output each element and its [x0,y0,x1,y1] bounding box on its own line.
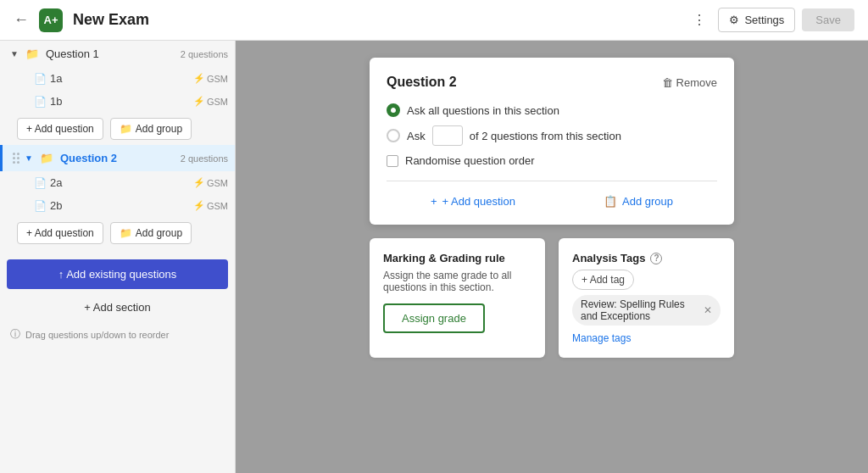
question-card: Question 2 🗑 Remove Ask all questions in… [370,58,734,225]
info-icon: ⓘ [10,327,20,342]
section-q1-add-row: + Add question 📁 Add group [0,113,235,145]
ask-count-input[interactable] [432,125,463,146]
tag-item: Review: Spelling Rules and Exceptions ✕ [572,295,721,326]
help-icon: ? [650,253,662,264]
bolt-icon: ⚡ [193,177,205,188]
drag-handle [13,153,19,164]
trash-icon: 🗑 [662,76,673,89]
gsm-badge: ⚡ GSM [193,96,228,107]
main-layout: ▼ 📁 Question 1 2 questions 📄 1a ⚡ GSM 📄 … [0,41,868,473]
folder-icon: 📁 [25,47,39,60]
drag-hint: ⓘ Drag questions up/down to reorder [0,320,235,348]
ask-all-radio[interactable] [387,103,400,117]
section-header-q2[interactable]: ▼ 📁 Question 2 2 questions [0,145,235,171]
bolt-icon: ⚡ [193,200,205,211]
page-title: New Exam [73,11,677,29]
add-group-button-q1[interactable]: 📁 Add group [110,118,192,140]
section-block-q1: ▼ 📁 Question 1 2 questions 📄 1a ⚡ GSM 📄 … [0,41,235,145]
add-section-button[interactable]: + Add section [0,294,235,320]
add-group-icon: 📋 [604,195,617,208]
question-doc-icon: 📄 [34,73,47,85]
app-logo: A+ [39,8,63,32]
add-tag-button[interactable]: + Add tag [572,270,634,290]
folder-icon: 📁 [120,123,132,135]
assign-grade-button[interactable]: Assign grade [383,303,485,333]
marking-panel-title: Marking & Grading rule [383,252,531,264]
question-name: 2a [50,176,190,189]
remove-button[interactable]: 🗑 Remove [662,76,717,89]
card-add-group-button[interactable]: 📋 Add group [604,195,673,208]
card-actions: + + Add question 📋 Add group [387,195,717,208]
list-item: 📄 2a ⚡ GSM [0,171,235,194]
question-name: 2b [50,199,190,212]
add-group-button-q2[interactable]: 📁 Add group [110,222,192,244]
card-add-question-button[interactable]: + + Add question [431,195,515,208]
section-q2-add-row: + Add question 📁 Add group [0,217,235,249]
list-item: 📄 2b ⚡ GSM [0,194,235,217]
chevron-icon: ▼ [25,153,33,163]
gsm-badge: ⚡ GSM [193,200,228,211]
plus-icon: + [431,195,437,208]
analysis-panel: Analysis Tags ? + Add tag Review: Spelli… [559,238,734,358]
section-header-q1[interactable]: ▼ 📁 Question 1 2 questions [0,41,235,67]
header: ← A+ New Exam ⋮ ⚙ Settings Save [0,0,868,41]
chevron-icon: ▼ [10,49,19,58]
bolt-icon: ⚡ [193,73,205,84]
question-doc-icon: 📄 [34,200,47,212]
gsm-badge: ⚡ GSM [193,177,228,188]
question-doc-icon: 📄 [34,177,47,189]
more-menu-button[interactable]: ⋮ [687,7,711,33]
section-count-q2: 2 questions [181,153,228,164]
ask-count-option[interactable]: Ask of 2 questions from this section [387,125,717,146]
header-actions: ⋮ ⚙ Settings Save [687,7,854,33]
tag-remove-button[interactable]: ✕ [704,304,712,316]
card-divider [387,181,717,181]
content-area: Question 2 🗑 Remove Ask all questions in… [236,41,868,473]
manage-tags-link[interactable]: Manage tags [572,332,721,344]
section-name-q1: Question 1 [46,47,177,60]
save-button[interactable]: Save [802,8,854,31]
settings-button[interactable]: ⚙ Settings [718,8,795,32]
gear-icon: ⚙ [729,14,739,26]
randomise-option[interactable]: Randomise question order [387,154,717,167]
marking-panel-desc: Assign the same grade to all questions i… [383,270,531,293]
ask-count-radio[interactable] [387,129,400,142]
analysis-panel-title: Analysis Tags ? [572,252,721,264]
list-item: 📄 1a ⚡ GSM [0,67,235,90]
ask-all-option[interactable]: Ask all questions in this section [387,103,717,117]
list-item: 📄 1b ⚡ GSM [0,90,235,113]
bolt-icon: ⚡ [193,96,205,107]
add-existing-questions-button[interactable]: ↑ Add existing questions [7,259,228,289]
add-question-button-q1[interactable]: + Add question [17,118,103,140]
bottom-panels: Marking & Grading rule Assign the same g… [370,238,734,358]
add-question-button-q2[interactable]: + Add question [17,222,103,244]
randomise-checkbox[interactable] [387,155,398,167]
section-count-q1: 2 questions [181,49,228,59]
section-block-q2: ▼ 📁 Question 2 2 questions 📄 2a ⚡ GSM 📄 … [0,145,235,249]
sidebar: ▼ 📁 Question 1 2 questions 📄 1a ⚡ GSM 📄 … [0,41,236,473]
folder-icon: 📁 [120,227,132,239]
back-button[interactable]: ← [14,11,29,29]
folder-icon: 📁 [40,152,53,164]
tag-area: + Add tag Review: Spelling Rules and Exc… [572,270,721,326]
card-title: Question 2 [387,75,457,90]
question-doc-icon: 📄 [34,96,47,108]
section-name-q2: Question 2 [60,152,177,164]
question-name: 1a [50,72,190,85]
card-header: Question 2 🗑 Remove [387,75,717,90]
question-name: 1b [50,95,190,108]
marking-panel: Marking & Grading rule Assign the same g… [370,238,545,358]
gsm-badge: ⚡ GSM [193,73,228,84]
